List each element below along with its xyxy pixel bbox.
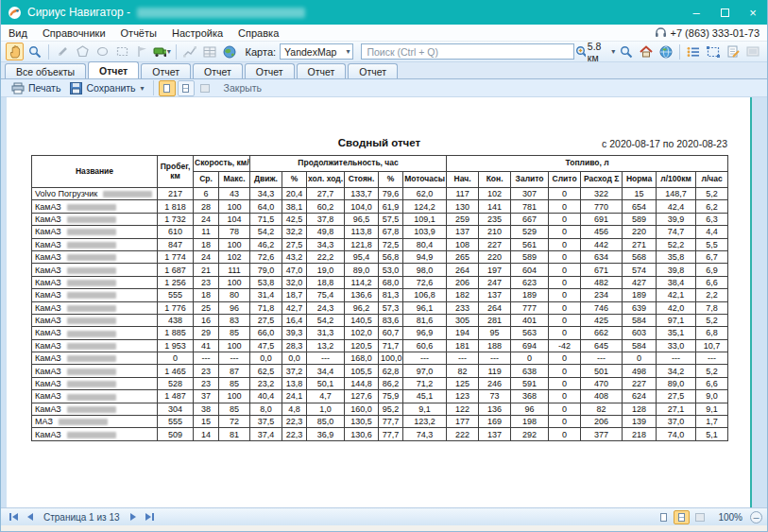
zoom-scale-button[interactable]: 5.8 км ▾ [575, 43, 615, 60]
vehicle-filter-button[interactable]: ▾ [153, 43, 171, 60]
redacted-plate [67, 229, 116, 235]
search-input[interactable] [361, 43, 574, 60]
print-button[interactable]: Печать [7, 80, 65, 96]
tab-4[interactable]: Отчет [245, 63, 295, 78]
tab-0[interactable]: Все объекты [5, 63, 86, 78]
map-select[interactable]: YandexMap ▾ [280, 43, 353, 60]
cell: 28 [194, 200, 219, 213]
tab-6[interactable]: Отчет [348, 63, 398, 78]
tab-5[interactable]: Отчет [297, 63, 347, 78]
close-report-button[interactable]: Закрыть [224, 82, 262, 94]
rect-select-button[interactable] [113, 43, 131, 60]
table-row: КамАЗ438168327,516,454,2140,583,681,6305… [32, 314, 728, 326]
menu-directories[interactable]: Справочники [35, 25, 113, 41]
cell: 19,0 [307, 264, 345, 276]
cell: 82 [447, 365, 479, 377]
extra-disabled-button[interactable] [744, 43, 762, 60]
cell: 60,2 [307, 200, 345, 213]
cell: 563 [511, 327, 549, 339]
world-map-button[interactable] [657, 43, 674, 60]
tab-2[interactable]: Отчет [141, 63, 191, 78]
next-page-button[interactable] [126, 510, 142, 524]
cell: 96,5 [345, 213, 379, 225]
status-view-continuous-button[interactable] [674, 510, 690, 524]
ellipse-icon [96, 45, 109, 58]
globe-layers-button[interactable] [221, 43, 239, 60]
notes-button[interactable] [725, 43, 742, 60]
status-view-facing-button[interactable] [691, 510, 708, 524]
ellipse-tool-button[interactable] [94, 43, 111, 60]
menu-view[interactable]: Вид [1, 25, 35, 41]
first-page-button[interactable] [6, 510, 22, 524]
cell: 425 [581, 314, 623, 326]
cell: 259 [447, 213, 479, 225]
vehicle-name: КамАЗ [35, 341, 61, 351]
cell: 589 [511, 250, 549, 263]
cell: 624 [623, 390, 657, 403]
home-button[interactable] [637, 43, 655, 60]
view-single-page-button[interactable] [159, 80, 176, 96]
cell: 137 [479, 428, 511, 440]
status-view-single-button[interactable] [656, 510, 672, 524]
route-button[interactable] [181, 43, 199, 60]
cell: 89,0 [657, 377, 696, 389]
cell: 35,1 [657, 327, 696, 339]
column-header: Слито [549, 172, 581, 188]
area-select-button[interactable] [705, 43, 723, 60]
redacted-plate [67, 381, 116, 387]
cell: 137 [479, 289, 511, 301]
maximize-button[interactable] [710, 0, 739, 25]
menu-settings[interactable]: Настройка [164, 25, 230, 41]
cell: 35,8 [657, 250, 696, 263]
cell: 113,8 [345, 226, 379, 238]
edit-track-button[interactable] [54, 43, 72, 60]
table-row: КамАЗ1 465238762,537,234,4105,562,897,08… [32, 365, 728, 377]
column-header: Расход Σ [581, 172, 623, 188]
table-row: КамАЗ1 7742410272,643,222,295,456,894,92… [32, 250, 728, 263]
minimize-button[interactable]: – [682, 0, 710, 25]
cell: 108 [447, 238, 479, 250]
vehicle-name-cell: КамАЗ [32, 314, 158, 326]
zoom-search-button[interactable] [617, 43, 635, 60]
cell: 41 [194, 339, 219, 352]
cell: 73 [479, 390, 511, 403]
zoom-tool-button[interactable] [26, 43, 43, 60]
menu-help[interactable]: Справка [230, 25, 286, 41]
view-facing-button[interactable] [196, 80, 213, 96]
caret-down-icon: ▾ [346, 47, 350, 56]
cell: 781 [511, 200, 549, 213]
cell: 0 [549, 213, 581, 225]
next-page-icon [130, 513, 136, 521]
grid-button[interactable] [201, 43, 219, 60]
menu-reports[interactable]: Отчёты [113, 25, 164, 41]
cell: 42,7 [282, 301, 307, 314]
save-button[interactable]: Сохранить ▾ [65, 80, 148, 96]
vehicle-name: КамАЗ [35, 278, 61, 287]
cell: 11 [194, 226, 219, 238]
cell: --- [403, 352, 447, 365]
cell: 49,8 [307, 226, 345, 238]
prev-page-button[interactable] [22, 510, 38, 524]
cell: 64,0 [250, 200, 282, 213]
last-page-button[interactable] [142, 510, 158, 524]
cell: 0 [549, 289, 581, 301]
tab-1[interactable]: Отчет [88, 61, 139, 78]
tab-3[interactable]: Отчет [193, 63, 243, 78]
cell: 77,7 [379, 416, 403, 428]
pan-hand-button[interactable] [6, 43, 24, 60]
legend-button[interactable] [685, 43, 703, 60]
cell: 6 [194, 188, 219, 200]
view-continuous-button[interactable] [178, 80, 195, 96]
cell: 81,6 [403, 314, 447, 326]
cell: 1 776 [158, 301, 194, 314]
zoom-out-button[interactable]: – [750, 511, 762, 523]
cell: 140,5 [345, 314, 379, 326]
route-icon [183, 45, 196, 58]
vehicle-name-cell: КамАЗ [32, 238, 158, 250]
cell: 24,3 [307, 301, 345, 314]
cell: 220 [623, 226, 657, 238]
polygon-tool-button[interactable] [74, 43, 92, 60]
cell: 189 [511, 289, 549, 301]
flag-tool-button[interactable] [133, 43, 151, 60]
close-button[interactable]: × [739, 0, 767, 25]
